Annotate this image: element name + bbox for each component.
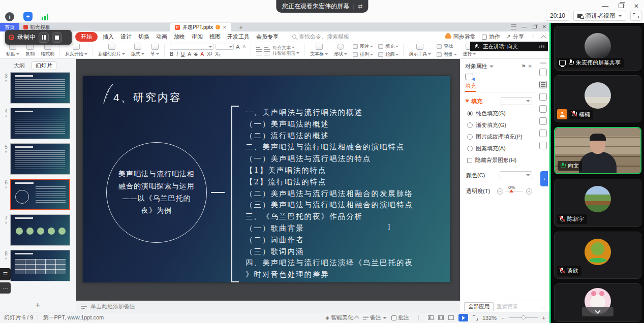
section-button[interactable]: 节 (147, 44, 162, 57)
find-button[interactable]: 查找 (437, 43, 457, 50)
editor-canvas[interactable]: 4、研究内容 美声唱法与流行唱法相融合的演唱探索与运用——以《乌兰巴托的夜》为例… (76, 59, 460, 301)
strikethrough-button[interactable]: S (194, 51, 198, 57)
superscript-button[interactable]: X² (207, 51, 212, 57)
close-panel-icon[interactable]: ✕ (528, 63, 532, 69)
ribbon-tab-review[interactable]: 审阅 (192, 33, 203, 41)
slider-knob[interactable] (509, 189, 513, 192)
current-slide[interactable]: 4、研究内容 美声唱法与流行唱法相融合的演唱探索与运用——以《乌兰巴托的夜》为例… (83, 76, 450, 282)
transparency-minus-button[interactable]: − (497, 188, 503, 195)
italic-button[interactable]: I (176, 51, 178, 57)
option-gradient-fill[interactable]: 渐变填充(G) (467, 121, 532, 129)
slide-title[interactable]: 4、研究内容 (113, 90, 182, 105)
help-icon[interactable] (539, 142, 547, 149)
panel-expander-button[interactable]: › (540, 171, 548, 186)
pin-icon[interactable]: ⚑ (522, 63, 526, 69)
fullscreen-button[interactable] (630, 11, 641, 21)
transparency-slider[interactable]: 0% (506, 191, 523, 191)
slide-thumbnail-8[interactable] (10, 250, 70, 281)
font-size-dropdown[interactable] (216, 44, 234, 50)
decrease-font-icon[interactable]: A (242, 44, 246, 49)
chevron-down-icon[interactable] (489, 66, 494, 68)
bold-button[interactable]: B (170, 51, 173, 57)
layout-tools-icon[interactable] (539, 130, 547, 137)
ribbon-tab-view[interactable]: 视图 (209, 33, 221, 41)
smart-beautify-button[interactable]: ◈智能美化 (325, 314, 358, 321)
outline-button[interactable]: 轮廓 (378, 51, 398, 58)
stop-recording-button[interactable] (52, 33, 62, 43)
underline-button[interactable]: U (181, 51, 185, 57)
window-layout-icon[interactable] (511, 24, 516, 29)
pause-recording-button[interactable] (39, 33, 49, 43)
add-slide-button[interactable]: + (0, 300, 76, 309)
slide-thumbnail-6-selected[interactable] (10, 179, 70, 210)
zoom-level[interactable]: 132% (482, 315, 497, 321)
participant-tile-active-speaker[interactable]: 向文 (554, 127, 641, 174)
hide-background-checkbox[interactable]: 隐藏背景图形(H) (467, 156, 532, 164)
collapsed-pen-button[interactable]: ⋯ (0, 282, 11, 294)
arrange-button[interactable]: 排列 (353, 51, 373, 58)
ribbon-tab-member[interactable]: 会员专享 (256, 33, 279, 41)
animation-pane-icon[interactable] (539, 69, 547, 76)
subscript-button[interactable]: X₂ (215, 51, 221, 57)
char-border-button[interactable]: A (188, 51, 191, 57)
fill-style-dropdown[interactable] (501, 97, 532, 105)
notes-bar[interactable]: 单击此处添加备注 (76, 301, 460, 312)
increase-font-icon[interactable]: A (236, 44, 239, 50)
command-search[interactable]: 查找命令、搜索模板 (292, 33, 349, 41)
tab-slides[interactable]: 幻灯片 (32, 61, 56, 70)
switch-view-icon[interactable]: ⇄ (358, 3, 362, 10)
slide-thumbnail-3[interactable] (10, 72, 70, 104)
slideshow-play-button[interactable] (458, 314, 468, 321)
ribbon-tab-developer[interactable]: 开发工具 (227, 33, 250, 41)
slide-thumbnail-7[interactable] (10, 214, 70, 246)
close-button[interactable]: ✕ (634, 3, 639, 10)
shapes-button[interactable]: 形状 (331, 44, 350, 57)
smart-beautify-icon[interactable] (539, 93, 547, 101)
wps-minimize-button[interactable]: — (522, 24, 527, 29)
notes-toggle-button[interactable]: 备注 (363, 314, 387, 321)
ribbon-tab-home[interactable]: 开始 (75, 32, 98, 42)
slide-outline-text[interactable]: 一、美声唱法与流行唱法的概述 （一）美声唱法的概述 （二）流行唱法的概述 二、美… (246, 107, 413, 280)
zoom-out-button[interactable]: − (501, 315, 504, 321)
minimize-button[interactable]: — (602, 2, 608, 10)
ribbon-tab-design[interactable]: 设计 (120, 33, 132, 41)
watching-banner[interactable]: 您正在观看朱宏伟的屏幕 ⇄ (276, 0, 368, 13)
new-tab-button[interactable]: + (239, 24, 243, 31)
play-from-start-button[interactable]: 从头开始 (62, 44, 90, 57)
close-tab-icon[interactable]: ✕ (223, 25, 227, 30)
object-properties-icon[interactable] (539, 81, 547, 88)
zoom-in-button[interactable]: + (542, 315, 545, 321)
align-left-icon[interactable] (256, 46, 262, 50)
replace-button[interactable]: 替换 (437, 51, 457, 58)
option-picture-fill[interactable]: 图片或纹理填充(P) (467, 133, 532, 141)
security-shield-icon[interactable]: + (23, 12, 33, 21)
tab-document[interactable]: P 开题PPT.pptx ! ✕ (170, 23, 231, 31)
font-color-button[interactable]: A (201, 51, 204, 57)
more-options-icon[interactable]: ⋮ (530, 34, 536, 40)
layout-button[interactable]: 版式 (128, 44, 147, 57)
share-button[interactable]: ↗分享 (506, 33, 524, 41)
normal-view-icon[interactable] (428, 315, 434, 320)
chart-tools-icon[interactable] (539, 117, 547, 125)
format-painter-button[interactable]: 格式刷 (38, 44, 57, 57)
fill-tab[interactable]: 填充 (465, 82, 476, 92)
ribbon-tab-insert[interactable]: 插入 (103, 33, 114, 41)
color-dropdown[interactable] (500, 171, 532, 179)
zoom-slider[interactable] (509, 317, 538, 318)
ribbon-tab-transition[interactable]: 切换 (138, 33, 149, 41)
meeting-info-icon[interactable]: i (5, 12, 14, 21)
reading-view-icon[interactable] (448, 315, 454, 320)
transparency-plus-button[interactable]: + (526, 188, 532, 195)
comments-button[interactable]: 批注 (391, 314, 409, 321)
picture-button[interactable]: 图片 (353, 43, 373, 50)
align-center-icon[interactable] (264, 46, 270, 50)
bullets-icon[interactable] (256, 51, 262, 55)
wps-close-button[interactable]: ✕ (542, 24, 546, 29)
option-pattern-fill[interactable]: 图案填充(A) (467, 145, 532, 152)
present-tools-button[interactable]: 演示工具 (406, 44, 434, 57)
restore-button[interactable] (619, 4, 624, 8)
collapse-list-button[interactable] (582, 307, 614, 316)
copy-style-icon[interactable] (539, 105, 547, 113)
collaborate-button[interactable]: 协作 (482, 33, 500, 41)
reset-background-button[interactable]: 重置背景 (497, 303, 518, 310)
